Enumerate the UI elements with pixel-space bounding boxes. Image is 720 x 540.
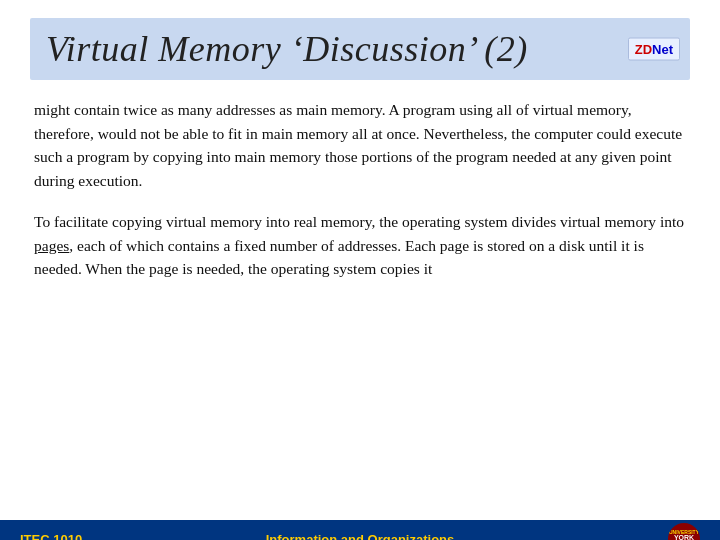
- svg-text:YORK: YORK: [674, 534, 694, 540]
- york-logo-svg: UNIVERSITY YORK ◆: [669, 524, 699, 540]
- york-university-logo: UNIVERSITY YORK ◆: [668, 523, 700, 540]
- footer-logo-area: UNIVERSITY YORK ◆: [600, 523, 700, 540]
- title-area: Virtual Memory ‘Discussion’ (2) ZDNet: [30, 18, 690, 80]
- paragraph-1: might contain twice as many addresses as…: [34, 98, 686, 192]
- slide-container: Virtual Memory ‘Discussion’ (2) ZDNet mi…: [0, 18, 720, 540]
- zdnet-logo: ZDNet: [628, 38, 680, 61]
- footer: ITEC 1010 Information and Organizations …: [0, 520, 720, 540]
- content-area: might contain twice as many addresses as…: [0, 80, 720, 281]
- footer-course-code: ITEC 1010: [20, 532, 120, 541]
- york-logo-circle: UNIVERSITY YORK ◆: [668, 523, 700, 540]
- slide-title: Virtual Memory ‘Discussion’ (2): [46, 29, 528, 69]
- footer-course-name: Information and Organizations: [120, 532, 600, 541]
- paragraph-2: To facilitate copying virtual memory int…: [34, 210, 686, 281]
